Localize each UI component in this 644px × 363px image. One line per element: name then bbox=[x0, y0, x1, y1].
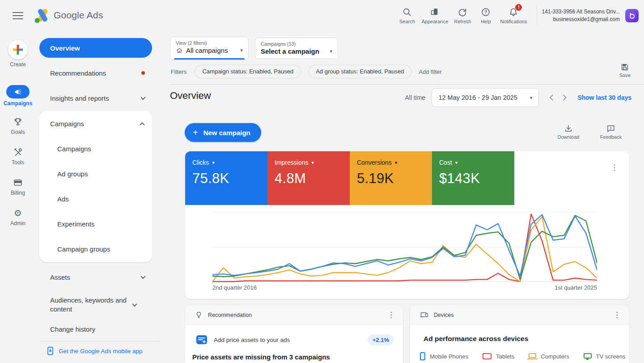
metric-tab-clicks[interactable]: Clicks▾ 75.8K bbox=[185, 151, 267, 205]
mobile-phone-icon bbox=[47, 346, 54, 355]
metric-value: 5.19K bbox=[357, 171, 425, 187]
campaigns-group-card: Campaigns Campaigns Ad groups Ads Experi… bbox=[39, 111, 152, 262]
recommendation-card-header: Recommendation ⋮ bbox=[185, 305, 403, 325]
avatar[interactable] bbox=[625, 9, 639, 22]
tablet-icon bbox=[483, 353, 491, 359]
date-range-picker[interactable]: 12 May 2016 - 29 Jan 2025 ▾ bbox=[432, 88, 539, 107]
card-menu-kebab-icon[interactable]: ⋮ bbox=[613, 310, 621, 320]
appearance-icon bbox=[430, 7, 440, 17]
caret-down-icon: ▾ bbox=[212, 160, 215, 166]
devices-card-header: Devices ⋮ bbox=[410, 305, 629, 325]
show-last-30-days-link[interactable]: Show last 30 days bbox=[577, 94, 631, 101]
performance-chart-card: Clicks▾ 75.8K Impressions▾ 4.8M Conversi… bbox=[185, 151, 629, 299]
view-selector[interactable]: View (2 filters) All campaigns ▾ bbox=[170, 37, 249, 60]
devices-card: Devices ⋮ Ad performance across devices … bbox=[410, 305, 629, 363]
sidebar-item-change-history[interactable]: Change history bbox=[39, 319, 152, 339]
series-conversions bbox=[212, 217, 597, 282]
mobile-app-link[interactable]: Get the Google Ads mobile app bbox=[47, 346, 143, 355]
recommendations-alert-dot bbox=[141, 71, 145, 75]
rail-admin[interactable]: ⚙ Admin bbox=[0, 208, 36, 226]
sidebar-divider bbox=[39, 341, 160, 342]
help-button[interactable]: ? Help bbox=[474, 7, 497, 24]
devices-legend: Mobile Phones Tablets Computers TV scree… bbox=[420, 352, 629, 360]
secondary-sidebar: Overview Recommendations Insights and re… bbox=[36, 31, 170, 363]
rail-tools[interactable]: Tools bbox=[0, 147, 36, 166]
date-range-bar: All time 12 May 2016 - 29 Jan 2025 ▾ Sho… bbox=[405, 87, 631, 108]
add-filter-button[interactable]: Add filter bbox=[419, 68, 442, 75]
sidebar-item-ad-groups[interactable]: Ad groups bbox=[39, 161, 152, 186]
save-icon bbox=[620, 63, 629, 72]
tools-icon bbox=[13, 147, 23, 157]
feedback-button[interactable]: Feedback bbox=[593, 124, 629, 140]
section-divider bbox=[170, 84, 644, 85]
header-divider bbox=[537, 6, 537, 25]
devices-heading: Ad performance across devices bbox=[424, 335, 629, 343]
devices-icon bbox=[420, 311, 428, 319]
sidebar-item-assets[interactable]: Assets bbox=[39, 267, 152, 287]
filters-label: Filters bbox=[171, 68, 186, 75]
google-ads-logo-icon bbox=[33, 8, 52, 24]
caret-down-icon: ▾ bbox=[395, 160, 398, 166]
main-content: View (2 filters) All campaigns ▾ Campaig… bbox=[170, 31, 644, 363]
download-icon bbox=[564, 124, 573, 133]
metric-tab-conversions[interactable]: Conversions▾ 5.19K bbox=[350, 151, 432, 205]
sidebar-item-overview[interactable]: Overview bbox=[39, 38, 152, 58]
rail-campaigns[interactable]: Campaigns bbox=[0, 85, 36, 107]
credit-card-icon bbox=[13, 178, 23, 188]
previous-period-button[interactable] bbox=[550, 94, 556, 101]
axis-label-end: 1st quarter 2025 bbox=[555, 284, 597, 291]
chevron-up-icon bbox=[140, 122, 144, 127]
gear-icon: ⚙ bbox=[14, 208, 22, 218]
svg-text:?: ? bbox=[484, 10, 487, 15]
sidebar-item-experiments[interactable]: Experiments bbox=[39, 211, 152, 236]
chevron-down-icon bbox=[132, 302, 137, 307]
recommendation-item[interactable]: Add price assets to your ads +2.1% bbox=[196, 334, 394, 346]
account-email: businessoxide1@gmail.com bbox=[542, 16, 620, 23]
refresh-icon bbox=[458, 7, 467, 17]
trend-line-chart bbox=[212, 212, 597, 285]
caret-down-icon: ▾ bbox=[311, 160, 314, 166]
rail-goals[interactable]: Goals bbox=[0, 116, 36, 135]
campaign-selector[interactable]: Campaigns (13) Select a campaign ▾ bbox=[255, 38, 338, 59]
chart-menu-kebab-icon[interactable]: ⋮ bbox=[610, 163, 618, 173]
price-asset-icon bbox=[196, 334, 208, 346]
sidebar-item-insights[interactable]: Insights and reports bbox=[39, 88, 152, 108]
metric-value: $143K bbox=[439, 171, 507, 187]
megaphone-icon bbox=[14, 88, 22, 95]
appearance-button[interactable]: Appearance bbox=[419, 7, 451, 24]
trophy-icon bbox=[13, 117, 23, 127]
filters-bar: Filters Campaign status: Enabled, Paused… bbox=[171, 65, 442, 78]
account-info: 141-333-3956 All Seasons Driv... busines… bbox=[542, 8, 620, 23]
sidebar-item-ads[interactable]: Ads bbox=[39, 186, 152, 211]
date-preset-label: All time bbox=[405, 94, 425, 101]
product-name: Google Ads bbox=[54, 10, 103, 21]
top-header: Google Ads Search Appearance Refresh ? bbox=[0, 0, 644, 31]
caret-down-icon: ▾ bbox=[330, 48, 332, 54]
metric-tab-impressions[interactable]: Impressions▾ 4.8M bbox=[267, 151, 350, 205]
sidebar-item-audiences[interactable]: Audiences, keywords and content bbox=[39, 292, 152, 317]
sidebar-item-campaigns-group[interactable]: Campaigns bbox=[39, 111, 152, 136]
search-button[interactable]: Search bbox=[395, 7, 419, 24]
refresh-button[interactable]: Refresh bbox=[451, 7, 474, 24]
sidebar-item-recommendations[interactable]: Recommendations bbox=[39, 63, 152, 83]
card-menu-kebab-icon[interactable]: ⋮ bbox=[387, 310, 395, 320]
chart-x-axis: 2nd quarter 2016 1st quarter 2025 bbox=[212, 284, 597, 291]
notifications-button[interactable]: ! Notifications bbox=[497, 7, 530, 24]
next-period-button[interactable] bbox=[560, 94, 567, 101]
create-plus-icon bbox=[12, 44, 24, 56]
rail-billing[interactable]: Billing bbox=[0, 177, 36, 196]
metric-tabs: Clicks▾ 75.8K Impressions▾ 4.8M Conversi… bbox=[185, 151, 629, 205]
rail-create[interactable]: Create bbox=[0, 40, 36, 68]
filter-chip-ad-group-status[interactable]: Ad group status: Enabled, Paused bbox=[308, 65, 411, 78]
new-campaign-button[interactable]: + New campaign bbox=[185, 123, 261, 142]
sidebar-item-campaigns[interactable]: Campaigns bbox=[39, 136, 152, 161]
download-button[interactable]: Download bbox=[551, 124, 586, 140]
metric-tab-cost[interactable]: Cost▾ $143K bbox=[432, 151, 514, 205]
save-button[interactable]: Save bbox=[619, 63, 631, 78]
sidebar-item-campaign-groups[interactable]: Campaign groups bbox=[39, 236, 152, 261]
menu-icon[interactable] bbox=[13, 12, 23, 19]
filter-chip-campaign-status[interactable]: Campaign status: Enabled, Paused bbox=[195, 65, 301, 78]
left-rail: Create Campaigns Goals bbox=[0, 31, 36, 363]
help-icon: ? bbox=[481, 7, 491, 17]
plus-icon: + bbox=[193, 128, 198, 138]
